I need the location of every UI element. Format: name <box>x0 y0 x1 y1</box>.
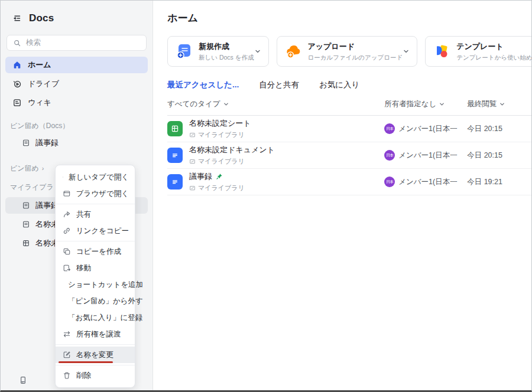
sidebar-header: Docs <box>1 10 153 27</box>
menu-divider <box>56 204 135 204</box>
tab-recent[interactable]: 最近アクセスした... <box>167 80 239 90</box>
context-menu: 新しいタブで開く ブラウザで開く 共有 リンクをコピー コピーを作成 移動 ショ… <box>55 165 135 388</box>
sheet-file-icon <box>167 121 183 136</box>
share-icon <box>63 210 71 218</box>
transfer-ownership-icon <box>63 330 71 338</box>
menu-divider <box>56 344 135 345</box>
app-window: Docs 検索 ホーム <box>0 0 532 392</box>
device-icon[interactable] <box>18 375 28 385</box>
rename-icon <box>63 351 71 359</box>
app-title: Docs <box>29 12 54 24</box>
file-title: 名称未設定ドキュメント <box>189 145 275 155</box>
open-new-tab-icon <box>63 173 63 181</box>
file-title: 議事録 <box>189 171 245 182</box>
page-title: ホーム <box>167 11 198 25</box>
delete-trash-icon <box>63 371 71 380</box>
owner-cell: 日本 メンバー1(日本一 <box>384 150 467 161</box>
file-row[interactable]: 名称未設定シート マイライブラリ 日本 メンバー1(日本一 今日 20:15 ·… <box>167 116 532 142</box>
chevron-down-icon[interactable] <box>403 48 410 55</box>
owner-filter-dropdown[interactable]: 所有者指定なし <box>384 99 467 109</box>
annotation-underline <box>59 361 113 363</box>
menu-item-move[interactable]: 移動 <box>56 260 135 276</box>
create-new-card[interactable]: 新規作成 新しい Docs を作成 <box>167 36 269 67</box>
chevron-right-icon: › <box>42 165 44 172</box>
chevron-down-icon[interactable] <box>254 48 261 55</box>
sidebar-nav: ホーム ドライブ ウィキ <box>1 57 153 111</box>
duplicate-icon <box>63 247 71 256</box>
menu-item-delete[interactable]: 削除 <box>56 367 135 384</box>
document-icon <box>22 201 30 210</box>
main-content: ホーム 新規作成 <box>153 1 532 390</box>
pin-icon <box>216 173 223 180</box>
sheet-icon <box>22 239 30 247</box>
owner-cell: 日本 メンバー1(日本一 <box>384 123 467 134</box>
sidebar-collapse-icon[interactable] <box>12 14 22 23</box>
tab-favorites[interactable]: お気に入り <box>319 80 359 90</box>
library-icon <box>189 158 196 165</box>
owner-cell: 日本 メンバー1(日本一 <box>384 177 467 187</box>
sidebar-item-wiki[interactable]: ウィキ <box>5 94 148 111</box>
last-viewed-time: 今日 19:21 <box>467 177 520 187</box>
sort-dropdown[interactable]: 最終閲覧 <box>467 99 520 109</box>
search-placeholder: 検索 <box>26 38 41 48</box>
upload-cloud-icon <box>284 43 302 60</box>
owner-avatar: 日本 <box>384 123 395 134</box>
menu-divider <box>56 365 135 365</box>
file-location: マイライブラリ <box>189 157 275 166</box>
template-card[interactable]: テンプレート テンプレートから使い始める <box>425 36 532 67</box>
owner-name: メンバー1(日本一 <box>398 124 458 134</box>
upload-card[interactable]: アップロード ローカルファイルのアップロード <box>277 36 418 67</box>
card-title: アップロード <box>308 41 403 52</box>
menu-item-transfer-ownership[interactable]: 所有権を譲渡 <box>56 326 135 342</box>
menu-item-add-favorite[interactable]: 「お気に入り」に登録 <box>56 309 135 326</box>
sidebar-item-drive[interactable]: ドライブ <box>5 76 148 92</box>
open-in-browser-icon <box>63 190 71 198</box>
menu-item-rename[interactable]: 名称を変更 <box>56 347 135 363</box>
type-filter-dropdown[interactable]: すべてのタイプ <box>167 99 229 109</box>
sidebar-item-label: ウィキ <box>28 97 51 108</box>
chevron-down-icon <box>223 101 229 107</box>
sidebar-item-label: ドライブ <box>28 79 59 89</box>
owner-name: メンバー1(日本一 <box>398 177 458 187</box>
sidebar-item-home[interactable]: ホーム <box>5 57 148 73</box>
chevron-down-icon <box>439 101 445 107</box>
sidebar-item-pinned-doc[interactable]: 議事録 <box>5 135 148 151</box>
card-title: テンプレート <box>456 41 532 52</box>
menu-item-unpin[interactable]: 「ピン留め」から外す <box>56 293 135 309</box>
menu-item-duplicate[interactable]: コピーを作成 <box>56 243 135 260</box>
doc-file-icon <box>167 174 183 190</box>
file-row[interactable]: 議事録 マイライブラリ 日本 メンバー1(日本一 今日 19:21 <box>167 169 532 195</box>
copy-link-icon <box>63 227 71 235</box>
chevron-down-icon <box>499 101 505 107</box>
file-row[interactable]: 名称未設定ドキュメント マイライブラリ 日本 メンバー1(日本一 今日 20:1… <box>167 142 532 169</box>
menu-item-open-new-tab[interactable]: 新しいタブで開く <box>56 169 135 185</box>
document-icon <box>22 139 30 147</box>
sidebar-item-label: ホーム <box>28 60 51 70</box>
last-viewed-time: 今日 20:15 <box>467 124 520 134</box>
sidebar-item-label: 議事録 <box>35 138 59 148</box>
tab-shared-with-me[interactable]: 自分と共有 <box>259 80 299 90</box>
library-icon <box>189 132 196 138</box>
menu-item-add-shortcut[interactable]: ショートカットを追加 <box>56 276 135 293</box>
pinned-docs-header: ピン留め（Docs） <box>10 120 143 131</box>
owner-name: メンバー1(日本一 <box>398 151 458 161</box>
menu-item-open-in-browser[interactable]: ブラウザで開く <box>56 185 135 202</box>
doc-file-icon <box>167 148 183 163</box>
create-new-icon <box>175 43 193 60</box>
search-icon <box>13 39 21 47</box>
file-location: マイライブラリ <box>189 184 245 192</box>
card-title: 新規作成 <box>199 41 254 52</box>
grid-view-icon[interactable] <box>520 100 532 109</box>
menu-divider <box>56 241 135 241</box>
file-location: マイライブラリ <box>189 130 251 139</box>
card-subtitle: 新しい Docs を作成 <box>199 54 254 62</box>
last-viewed-time: 今日 20:15 <box>467 151 520 161</box>
template-icon <box>433 43 450 60</box>
wiki-icon <box>12 98 22 107</box>
home-icon <box>12 60 22 70</box>
quick-actions: 新規作成 新しい Docs を作成 アップロード ローカル <box>167 36 532 67</box>
library-icon <box>189 185 196 191</box>
menu-item-copy-link[interactable]: リンクをコピー <box>56 223 135 239</box>
menu-item-share[interactable]: 共有 <box>56 206 135 223</box>
search-input[interactable]: 検索 <box>7 35 147 51</box>
